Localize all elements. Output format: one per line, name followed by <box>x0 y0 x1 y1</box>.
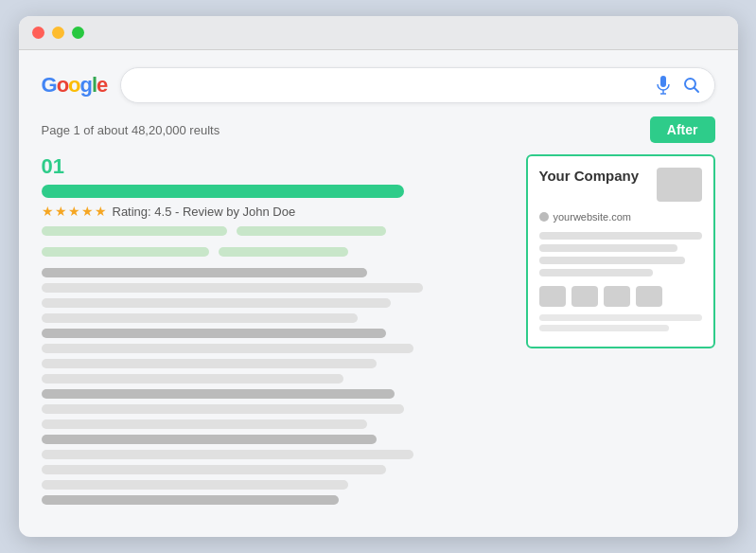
svg-rect-0 <box>660 76 666 87</box>
svg-line-4 <box>694 88 698 93</box>
kp-thumbnail <box>571 286 598 307</box>
skeleton-bar-light <box>42 359 377 368</box>
stars-row: ★★★★★ Rating: 4.5 - Review by John Doe <box>42 204 507 219</box>
skeleton-bar-light <box>42 313 359 323</box>
result-number: 01 <box>42 154 507 179</box>
skeleton-bar-light <box>42 465 386 474</box>
browser-window: Google <box>19 16 738 537</box>
kp-header: Your Company <box>539 168 702 202</box>
bar-row-2 <box>42 247 507 262</box>
close-button[interactable] <box>32 27 44 39</box>
search-bar-row: Google <box>42 67 715 103</box>
knowledge-panel: Your Company yourwebsite.com <box>526 154 715 348</box>
skeleton-bar-light <box>42 480 349 490</box>
kp-bar <box>539 244 677 252</box>
results-count-row: Page 1 of about 48,20,000 reults After <box>42 116 715 143</box>
skeleton-bar-dark <box>42 389 396 399</box>
kp-url-row: yourwebsite.com <box>539 211 702 223</box>
after-button[interactable]: After <box>650 116 715 143</box>
skeleton-bar <box>237 226 385 236</box>
skeleton-bar-light <box>42 298 391 308</box>
progress-bar <box>42 185 405 198</box>
microphone-icon[interactable] <box>654 76 673 95</box>
skeleton-bar-dark <box>42 435 377 444</box>
skeleton-bar-light <box>42 374 344 384</box>
skeleton-bar-dark <box>42 329 386 338</box>
skeleton-bar-dark <box>42 495 340 505</box>
kp-bottom-bar <box>539 325 670 331</box>
kp-bar <box>539 257 686 264</box>
kp-image <box>657 168 702 202</box>
progress-bar-wrap <box>42 185 507 198</box>
skeleton-bar-light <box>42 450 414 459</box>
search-icons <box>654 76 701 95</box>
skeleton-bar-light <box>42 404 405 414</box>
search-icon[interactable] <box>682 76 701 95</box>
kp-url: yourwebsite.com <box>554 211 632 223</box>
search-input[interactable] <box>134 78 653 93</box>
results-column: 01 ★★★★★ Rating: 4.5 - Review by John Do… <box>42 154 507 510</box>
kp-dot-icon <box>539 212 549 222</box>
kp-thumbnail <box>636 286 662 307</box>
results-count: Page 1 of about 48,20,000 reults <box>42 123 220 137</box>
search-bar[interactable] <box>120 67 714 103</box>
kp-bottom-bar <box>539 314 702 321</box>
skeleton-bar <box>42 247 209 257</box>
maximize-button[interactable] <box>72 27 84 39</box>
kp-bar <box>539 232 702 240</box>
skeleton-bar <box>42 226 228 236</box>
kp-thumb-row <box>539 286 702 307</box>
knowledge-panel-col: Your Company yourwebsite.com <box>526 154 715 510</box>
stars: ★★★★★ <box>42 204 108 219</box>
google-logo: Google <box>42 73 108 98</box>
browser-content: Google <box>19 50 738 533</box>
skeleton-bar-dark <box>42 268 367 277</box>
main-layout: 01 ★★★★★ Rating: 4.5 - Review by John Do… <box>42 154 715 510</box>
titlebar <box>19 16 738 50</box>
skeleton-bar <box>219 247 349 257</box>
minimize-button[interactable] <box>52 27 64 39</box>
skeleton-bar-light <box>42 344 414 353</box>
bar-row-1 <box>42 226 507 241</box>
kp-title: Your Company <box>539 168 640 184</box>
skeleton-bar-light <box>42 283 423 293</box>
kp-thumbnail <box>604 286 630 307</box>
kp-bar <box>539 269 653 276</box>
kp-thumbnail <box>539 286 566 307</box>
rating-text: Rating: 4.5 - Review by John Doe <box>113 205 296 219</box>
skeleton-bar-light <box>42 419 367 429</box>
